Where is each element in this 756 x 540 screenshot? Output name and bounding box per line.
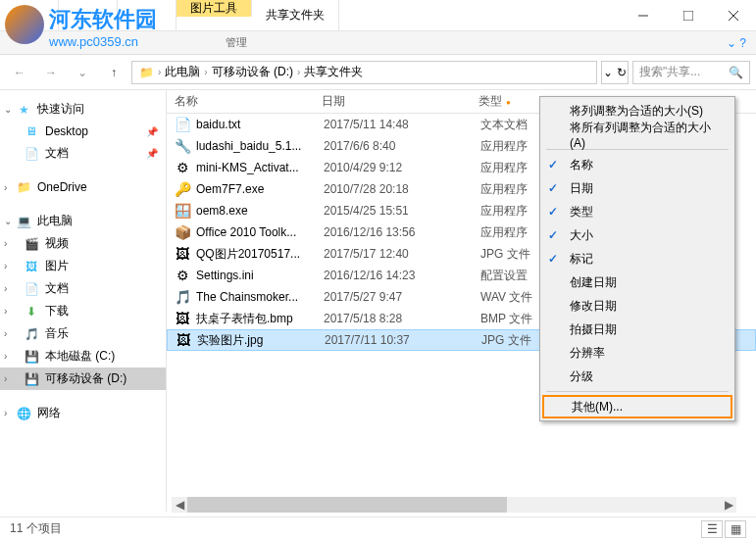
minimize-button[interactable]	[621, 0, 666, 31]
file-icon: 📄	[175, 117, 190, 132]
menu-name[interactable]: ✓名称	[542, 153, 732, 176]
scroll-left-icon[interactable]: ◀	[172, 497, 187, 513]
sidebar-video[interactable]: › 🎬 视频	[0, 232, 166, 255]
sidebar-network[interactable]: › 🌐 网络	[0, 402, 166, 424]
recent-dropdown[interactable]: ⌄	[69, 61, 96, 84]
statusbar: 11 个项目 ☰ ▦	[0, 516, 756, 540]
folder-icon: 📁	[138, 65, 154, 80]
context-menu: 将列调整为合适的大小(S) 将所有列调整为合适的大小(A) ✓名称 ✓日期 ✓类…	[539, 96, 735, 421]
music-icon: 🎵	[24, 326, 39, 342]
file-date: 2015/4/25 15:51	[324, 204, 480, 218]
ribbon-manage[interactable]: 管理	[216, 35, 257, 50]
menu-created[interactable]: 创建日期	[542, 270, 732, 294]
desktop-icon: 🖥	[24, 123, 39, 139]
refresh-dropdown[interactable]: ⌄ ↻	[601, 61, 629, 84]
column-name[interactable]: 名称	[167, 93, 314, 110]
sidebar-removable[interactable]: › 💾 可移动设备 (D:)	[0, 368, 166, 390]
disk-icon: 💾	[24, 349, 39, 365]
file-name: The Chainsmoker...	[196, 290, 324, 304]
file-icon: 🎵	[175, 289, 190, 305]
chevron-right-icon[interactable]: ›	[4, 261, 7, 271]
tab-home[interactable]	[59, 0, 118, 30]
search-input[interactable]: 搜索"共享... 🔍	[632, 61, 750, 84]
sidebar-quick-access[interactable]: ⌄ ★ 快速访问	[0, 98, 166, 121]
chevron-down-icon[interactable]: ⌄	[4, 216, 12, 226]
sidebar-documents2[interactable]: › 📄 文档	[0, 277, 166, 300]
sidebar-music[interactable]: › 🎵 音乐	[0, 322, 166, 345]
back-button[interactable]: ←	[6, 61, 33, 84]
breadcrumb-root[interactable]: 此电脑	[165, 64, 200, 80]
chevron-down-icon[interactable]: ⌄	[4, 104, 12, 115]
breadcrumb-folder[interactable]: 共享文件夹	[304, 64, 363, 80]
file-date: 2016/12/16 14:23	[324, 269, 480, 282]
file-icon: 📦	[175, 224, 190, 240]
chevron-right-icon[interactable]: ›	[4, 351, 7, 362]
sidebar-pictures[interactable]: › 🖼 图片	[0, 255, 166, 277]
removable-icon: 💾	[24, 371, 39, 387]
breadcrumb-drive[interactable]: 可移动设备 (D:)	[212, 64, 293, 80]
pin-icon: 📌	[146, 148, 158, 159]
menu-modified[interactable]: 修改日期	[542, 294, 732, 318]
column-date[interactable]: 日期	[314, 93, 471, 110]
menu-type[interactable]: ✓类型	[542, 200, 732, 223]
download-icon: ⬇	[24, 304, 39, 319]
pin-icon: 📌	[146, 126, 158, 137]
pictures-icon: 🖼	[24, 259, 39, 274]
up-button[interactable]: ↑	[100, 61, 127, 84]
file-date: 2010/7/28 20:18	[324, 182, 480, 196]
view-icons-button[interactable]: ▦	[725, 520, 746, 538]
file-icon: ⚙	[175, 160, 190, 175]
file-name: ludashi_baidu_5.1...	[196, 139, 324, 153]
check-icon: ✓	[548, 181, 558, 195]
file-date: 2017/5/11 14:48	[324, 118, 480, 131]
chevron-right-icon[interactable]: ›	[4, 306, 7, 317]
maximize-button[interactable]	[666, 0, 711, 31]
menu-tags[interactable]: ✓标记	[542, 247, 732, 270]
close-button[interactable]	[711, 0, 756, 31]
check-icon: ✓	[548, 205, 558, 219]
chevron-right-icon[interactable]: ›	[4, 182, 7, 193]
chevron-right-icon[interactable]: ›	[4, 408, 7, 418]
breadcrumb[interactable]: 📁 › 此电脑 › 可移动设备 (D:) › 共享文件夹	[131, 61, 597, 84]
chevron-right-icon[interactable]: ›	[4, 283, 7, 294]
sidebar-desktop[interactable]: 🖥 Desktop 📌	[0, 121, 166, 142]
titlebar: 图片工具 共享文件夹	[0, 0, 756, 31]
sidebar-localdisk[interactable]: › 💾 本地磁盘 (C:)	[0, 345, 166, 368]
video-icon: 🎬	[24, 236, 39, 252]
file-icon: 🔧	[175, 138, 190, 154]
menu-other[interactable]: 其他(M)...	[542, 395, 732, 418]
tab-picture-tools[interactable]: 图片工具	[176, 0, 252, 17]
menu-size[interactable]: ✓大小	[542, 223, 732, 247]
menu-resolution[interactable]: 分辨率	[542, 341, 732, 365]
item-count: 11 个项目	[10, 520, 62, 537]
chevron-right-icon[interactable]: ›	[4, 373, 7, 384]
menu-fit-all[interactable]: 将所有列调整为合适的大小(A)	[542, 123, 732, 146]
view-details-button[interactable]: ☰	[701, 520, 723, 538]
file-icon: 🔑	[175, 181, 190, 197]
file-name: mini-KMS_Activat...	[196, 161, 324, 174]
sidebar-documents[interactable]: 📄 文档 📌	[0, 142, 166, 165]
file-icon: 🖼	[175, 311, 190, 326]
menu-date[interactable]: ✓日期	[542, 176, 732, 200]
check-icon: ✓	[548, 252, 558, 266]
tab-file[interactable]	[0, 0, 59, 30]
file-icon: 🪟	[175, 203, 190, 219]
chevron-icon: ›	[158, 67, 161, 77]
check-icon: ✓	[548, 158, 558, 172]
sidebar-thispc[interactable]: ⌄ 💻 此电脑	[0, 210, 166, 232]
horizontal-scrollbar[interactable]: ◀ ▶	[172, 497, 736, 513]
menu-rating[interactable]: 分级	[542, 365, 732, 388]
sidebar-onedrive[interactable]: › 📁 OneDrive	[0, 176, 166, 198]
menu-taken[interactable]: 拍摄日期	[542, 318, 732, 341]
file-date: 2017/5/17 12:40	[324, 247, 480, 261]
scroll-right-icon[interactable]: ▶	[721, 497, 736, 513]
forward-button[interactable]: →	[37, 61, 65, 84]
chevron-right-icon[interactable]: ›	[4, 328, 7, 339]
sidebar-downloads[interactable]: › ⬇ 下载	[0, 300, 166, 322]
chevron-right-icon[interactable]: ›	[4, 238, 7, 249]
tab-share[interactable]	[118, 0, 176, 30]
file-date: 2016/12/16 13:56	[324, 225, 480, 239]
ribbon-expand-icon[interactable]: ⌄ ?	[717, 36, 756, 50]
scroll-thumb[interactable]	[187, 497, 507, 513]
file-icon: 🖼	[175, 246, 190, 262]
